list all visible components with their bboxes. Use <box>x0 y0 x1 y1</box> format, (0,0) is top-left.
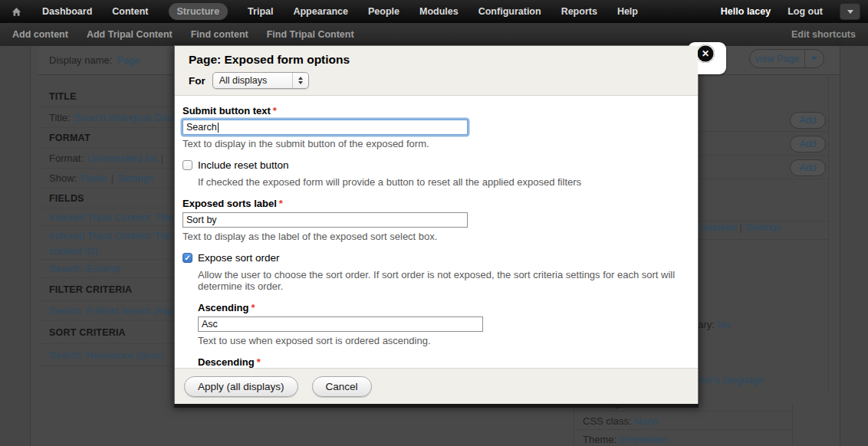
filter-link: Search: Fulltext search (expo <box>49 305 179 316</box>
theme-value: Information <box>620 434 669 445</box>
chevron-down-icon <box>847 10 853 14</box>
logout-link[interactable]: Log out <box>787 6 823 17</box>
css-class-value: None <box>634 415 658 427</box>
display-select-value: All displays <box>219 75 268 86</box>
input-value: Sort by <box>186 215 217 225</box>
toolbar-item-help[interactable]: Help <box>617 6 638 17</box>
format-link: Unformatted list <box>87 152 157 164</box>
row-divider <box>577 429 792 430</box>
ascending-input[interactable]: Asc <box>198 316 483 332</box>
dialog-body: Submit button text* Search Text to displ… <box>175 96 698 368</box>
user-greeting: Hello lacey <box>721 6 771 17</box>
shortcut-find-content[interactable]: Find content <box>191 29 248 40</box>
expose-sort-order-description: Allow the user to choose the sort order.… <box>198 269 690 292</box>
sort-order-subfields: Ascending* Asc Text to use when exposed … <box>198 302 690 368</box>
page-right-margin <box>840 46 868 446</box>
input-value: Search <box>186 122 217 133</box>
toolbar-item-modules[interactable]: Modules <box>419 6 459 17</box>
css-class-row: CSS class: None <box>583 415 658 427</box>
section-label: TITLE <box>49 91 77 102</box>
page-left-margin <box>0 46 31 446</box>
label-text: Descending <box>198 356 255 368</box>
settings-link: Settings <box>745 221 781 233</box>
shortcut-bar: Add content Add Tripal Content Find cont… <box>0 23 868 46</box>
section-label: FILTER CRITERIA <box>49 284 132 295</box>
required-mark: * <box>251 302 255 313</box>
toolbar-item-content[interactable]: Content <box>112 6 148 17</box>
fragment-text: user's language <box>694 374 764 385</box>
toolbar-item-appearance[interactable]: Appearance <box>293 6 348 17</box>
exposed-sorts-input[interactable]: Sort by <box>182 212 468 228</box>
include-reset-label: Include reset button <box>198 159 289 171</box>
add-label: Add <box>799 115 816 126</box>
cancel-button[interactable]: Cancel <box>312 376 372 397</box>
fields-link: Fields <box>81 172 107 184</box>
css-class-label: CSS class: <box>583 415 632 427</box>
column-divider <box>792 404 793 446</box>
field-link: Indexed Tripal Content: Title <box>49 212 173 223</box>
field-link: Search: Excerpt <box>49 263 120 274</box>
view-page-label: view Page <box>750 54 804 64</box>
shortcut-add-tripal-content[interactable]: Add Tripal Content <box>87 29 173 40</box>
ascending-label: Ascending* <box>198 302 690 313</box>
required-mark: * <box>279 198 283 209</box>
add-button: Add <box>790 159 826 176</box>
edit-shortcuts-link[interactable]: Edit shortcuts <box>791 29 856 40</box>
exposed-form-options-dialog: ✕ Page: Exposed form options For All dis… <box>175 46 698 404</box>
for-row: For All displays <box>189 72 684 89</box>
row-divider <box>698 131 828 132</box>
pipe-separator: | <box>740 221 742 233</box>
theme-label: Theme: <box>583 434 616 445</box>
shortcut-find-tripal-content[interactable]: Find Tripal Content <box>267 29 354 40</box>
select-arrows-icon <box>292 73 308 88</box>
dialog-header: Page: Exposed form options For All displ… <box>175 46 698 96</box>
toolbar-item-dashboard[interactable]: Dashboard <box>42 6 92 17</box>
toolbar-item-people[interactable]: People <box>368 6 399 17</box>
toolbar-item-reports[interactable]: Reports <box>561 6 597 17</box>
add-label: Add <box>799 139 816 149</box>
label-text: Exposed sorts label <box>182 198 277 209</box>
fragment-link: t required <box>695 221 737 233</box>
toolbar-item-tripal[interactable]: Tripal <box>248 6 273 17</box>
shortcut-add-content[interactable]: Add content <box>12 29 68 40</box>
ascending-description: Text to use when exposed sort is ordered… <box>198 335 690 346</box>
toolbar-toggle-button[interactable] <box>840 3 860 20</box>
chevron-down-icon <box>811 57 817 61</box>
expose-sort-order-checkbox[interactable]: ✓ <box>182 253 192 263</box>
apply-button[interactable]: Apply (all displays) <box>184 376 298 397</box>
section-label: FORMAT <box>49 133 90 143</box>
exposed-sorts-description: Text to display as the label of the expo… <box>182 231 690 242</box>
descending-label: Descending* <box>198 356 690 368</box>
include-reset-checkbox[interactable] <box>182 160 192 170</box>
row-divider <box>698 239 828 240</box>
display-name-value: Page <box>117 54 140 66</box>
submit-button-text-label: Submit button text* <box>182 105 690 116</box>
submit-button-text-description: Text to display in the submit button of … <box>182 138 690 149</box>
pipe-separator: | <box>161 152 163 164</box>
toolbar-item-configuration[interactable]: Configuration <box>478 6 541 17</box>
view-page-dropdown <box>805 57 824 61</box>
add-button: Add <box>790 112 826 129</box>
section-label: SORT CRITERIA <box>49 327 126 338</box>
title-link: Search Biological Data <box>74 112 176 123</box>
row-label: Title: <box>49 112 71 123</box>
submit-button-text-input[interactable]: Search <box>182 120 468 135</box>
toolbar-item-structure[interactable]: Structure <box>169 3 229 20</box>
dialog-title: Page: Exposed form options <box>189 53 684 67</box>
settings-link: Settings <box>117 172 153 184</box>
for-label: For <box>189 75 205 87</box>
theme-row: Theme: Information <box>583 434 669 445</box>
display-select[interactable]: All displays <box>212 72 309 89</box>
expose-sort-order-label: Expose sort order <box>198 252 280 264</box>
close-icon[interactable]: ✕ <box>696 44 715 63</box>
home-icon[interactable] <box>11 6 22 18</box>
include-reset-row: Include reset button <box>182 159 690 171</box>
label-text: Submit button text <box>182 105 271 116</box>
toolbar-right: Hello lacey Log out <box>721 0 860 23</box>
expose-sort-order-row: ✓ Expose sort order <box>182 252 690 264</box>
pipe-separator: | <box>111 172 113 184</box>
section-label: FIELDS <box>49 193 84 204</box>
clipped-settings-row: t required | Settings <box>695 221 781 233</box>
dialog-footer: Apply (all displays) Cancel <box>175 368 698 404</box>
row-divider <box>577 411 792 412</box>
